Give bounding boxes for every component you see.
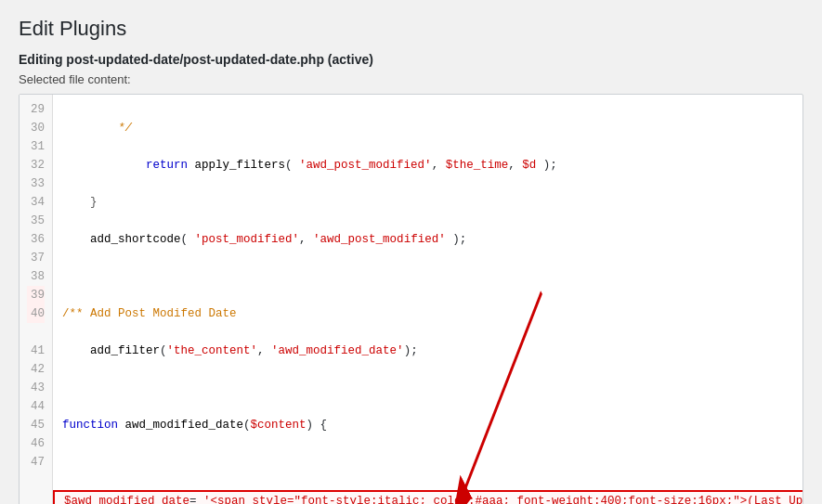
code-line-31: } — [62, 193, 802, 212]
page-title: Edit Plugins — [19, 17, 803, 41]
code-line-39: $awd_modified_date= '<span style="font-s… — [53, 490, 802, 504]
line-numbers: 29 30 31 32 33 34 35 36 37 38 39 40 41 4… — [20, 95, 53, 504]
editing-file-label: Editing post-updated-date/post-updated-d… — [19, 52, 803, 67]
code-line-38 — [62, 453, 802, 472]
code-line-33 — [62, 267, 802, 286]
file-content-label: Selected file content: — [19, 72, 803, 86]
code-line-30: return apply_filters( 'awd_post_modified… — [62, 156, 802, 174]
code-content[interactable]: */ return apply_filters( 'awd_post_modif… — [53, 95, 802, 504]
code-line-34: /** Add Post Modifed Date — [62, 304, 802, 323]
code-line-35: add_filter('the_content', 'awd_modified_… — [62, 342, 802, 360]
code-editor: 29 30 31 32 33 34 35 36 37 38 39 40 41 4… — [19, 94, 803, 504]
code-line-29: */ — [62, 119, 802, 137]
code-line-36 — [62, 379, 802, 397]
code-line-32: add_shortcode( 'post_modified', 'awd_pos… — [62, 230, 802, 249]
code-area: 29 30 31 32 33 34 35 36 37 38 39 40 41 4… — [20, 95, 802, 504]
code-line-37: function awd_modified_date($content) { — [62, 416, 802, 434]
